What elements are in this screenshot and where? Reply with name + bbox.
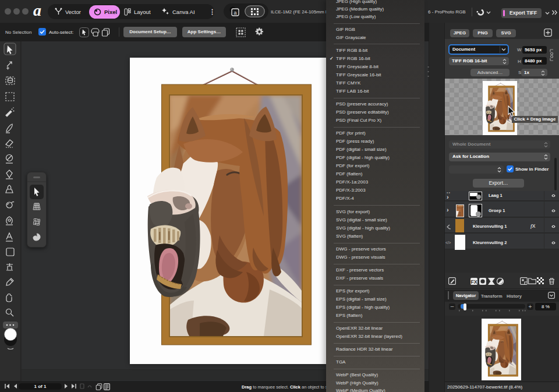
svg-text:FX: FX [470,279,477,285]
svg-text:a: a [233,10,236,16]
